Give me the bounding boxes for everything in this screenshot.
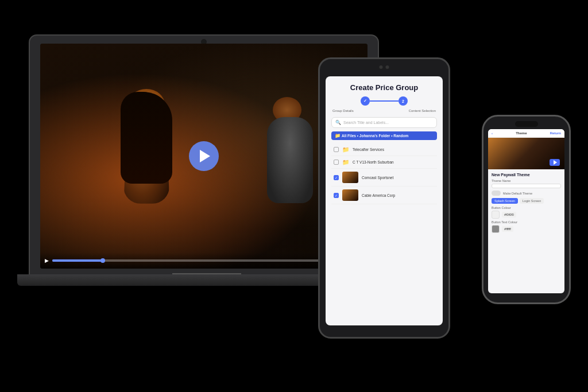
folder-icon-0: 📁 [342, 146, 349, 153]
tablet-speaker-dot [386, 65, 389, 69]
step-1-label: Group Details [332, 109, 354, 112]
phone: ‹ Theme Return New Paywall Theme Theme N… [482, 115, 571, 304]
tablet-camera-area [380, 65, 389, 69]
file-checkbox-3[interactable] [334, 193, 339, 198]
singer-hair [121, 92, 172, 184]
phone-frame: ‹ Theme Return New Paywall Theme Theme N… [482, 115, 571, 304]
button-text-colour-value: #ffffff [502, 226, 513, 232]
step-labels: Group Details Content Selection [331, 109, 437, 112]
play-icon [200, 150, 210, 162]
tablet-page-title: Create Price Group [331, 83, 437, 92]
file-row-3[interactable]: Cable America Corp [331, 187, 437, 204]
file-thumbnail-2 [342, 172, 358, 183]
file-row-1[interactable]: 📁 C T V13-North Suburban [331, 156, 437, 169]
video-progress-bar[interactable] [52, 259, 332, 262]
file-row-2[interactable]: Comcast Sportsnet [331, 169, 437, 187]
button-text-colour-label: Button Text Colour [492, 220, 561, 224]
search-icon: 🔍 [335, 120, 341, 125]
tablet: Create Price Group ✓ 2 Group Details Con… [318, 57, 450, 339]
button-colour-value: #f0f0f0 [502, 212, 516, 218]
file-row-0[interactable]: 📁 Telecafter Services [331, 143, 437, 156]
button-colour-label: Button Colour [492, 206, 561, 209]
screen-tabs: Splash Screen Login Screen [492, 198, 561, 204]
phone-screen: ‹ Theme Return New Paywall Theme Theme N… [488, 129, 564, 293]
phone-video-thumbnail [488, 138, 564, 169]
phone-nav-header: ‹ Theme Return [488, 129, 564, 138]
phone-return-btn[interactable]: Return [550, 131, 561, 135]
default-theme-label: Make Default Theme [503, 192, 532, 195]
guitarist-body [267, 117, 313, 203]
tablet-frame: Create Price Group ✓ 2 Group Details Con… [318, 57, 450, 339]
default-theme-toggle-row: Make Default Theme [492, 191, 561, 196]
breadcrumb-folder-icon: 📁 [335, 133, 341, 138]
button-colour-swatch[interactable] [492, 211, 500, 219]
play-control-icon[interactable]: ▶ [45, 258, 49, 263]
step-2-label: Content Selection [409, 109, 436, 112]
phone-notch [515, 121, 538, 127]
breadcrumb: 📁 All Files • Johanna's Folder • Random [331, 131, 437, 140]
file-checkbox-2[interactable] [334, 175, 339, 180]
file-checkbox-1[interactable] [334, 160, 339, 165]
search-bar[interactable]: 🔍 Search Title and Labels... [331, 117, 437, 128]
step-2-dot: 2 [399, 96, 408, 106]
tab-login-screen[interactable]: Login Screen [520, 198, 544, 204]
theme-name-input[interactable] [492, 184, 561, 188]
default-theme-toggle[interactable] [492, 191, 501, 196]
progress-dot [100, 258, 105, 263]
guitarist-figure [261, 88, 319, 203]
tab-splash-screen[interactable]: Splash Screen [492, 198, 518, 204]
file-name-2: Comcast Sportsnet [362, 176, 435, 180]
button-text-colour-swatch[interactable] [492, 225, 500, 233]
phone-theme-content: New Paywall Theme Theme Name Make Defaul… [488, 169, 564, 293]
file-name-1: C T V13-North Suburban [353, 160, 435, 164]
file-name-3: Cable America Corp [362, 193, 435, 197]
progress-fill [52, 259, 103, 262]
video-play-button[interactable] [189, 141, 219, 171]
file-checkbox-0[interactable] [334, 147, 339, 152]
phone-section-title: New Paywall Theme [492, 173, 561, 177]
phone-play-icon [554, 160, 557, 165]
step-1-dot: ✓ [361, 96, 370, 106]
tablet-cam-dot [380, 65, 383, 69]
tablet-screen: Create Price Group ✓ 2 Group Details Con… [326, 76, 443, 325]
step-1-checkmark: ✓ [363, 99, 367, 103]
phone-screen-title: Theme [516, 131, 527, 135]
folder-icon-1: 📁 [342, 159, 349, 165]
stepper: ✓ 2 [331, 96, 437, 106]
theme-name-label: Theme Name [492, 179, 561, 183]
button-colour-row: #f0f0f0 [492, 211, 561, 219]
search-placeholder-text: Search Title and Labels... [343, 121, 389, 125]
file-thumbnail-3 [342, 189, 358, 201]
breadcrumb-path: All Files • Johanna's Folder • Random [342, 134, 408, 138]
phone-video-play-btn[interactable] [550, 159, 560, 166]
button-text-colour-row: #ffffff [492, 225, 561, 233]
singer-figure [112, 77, 181, 204]
file-name-0: Telecafter Services [353, 148, 435, 152]
step-line [370, 100, 399, 102]
phone-back-btn[interactable]: ‹ [492, 131, 493, 135]
